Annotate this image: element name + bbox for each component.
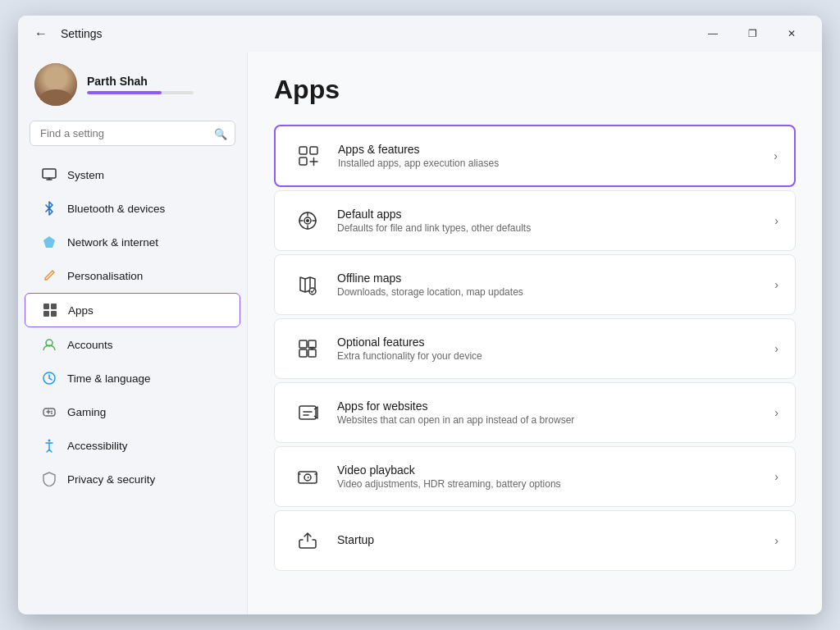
sidebar-item-privacy[interactable]: Privacy & security — [25, 463, 240, 495]
offline-maps-desc: Downloads, storage location, map updates — [337, 286, 766, 298]
settings-window: ← Settings — ❐ ✕ Parth Shah — [18, 16, 822, 614]
settings-item-apps-features[interactable]: Apps & features Installed apps, app exec… — [274, 125, 796, 187]
sidebar-item-network[interactable]: Network & internet — [25, 226, 240, 258]
sidebar-item-accounts[interactable]: Accounts — [25, 328, 240, 361]
apps-features-title: Apps & features — [338, 143, 765, 156]
svg-point-17 — [306, 219, 309, 222]
settings-item-startup[interactable]: Startup › — [274, 510, 796, 571]
sidebar-item-gaming[interactable]: Gaming — [25, 395, 240, 428]
privacy-icon — [41, 471, 57, 487]
startup-title: Startup — [337, 533, 766, 546]
sidebar-item-time-label: Time & language — [67, 372, 151, 385]
settings-item-default-apps[interactable]: Default apps Defaults for file and link … — [274, 190, 796, 251]
svg-rect-23 — [299, 406, 316, 419]
default-apps-icon — [291, 204, 324, 237]
user-progress-bar — [87, 91, 194, 94]
minimize-button[interactable]: — — [694, 21, 732, 47]
svg-marker-1 — [43, 236, 55, 248]
settings-item-video-playback[interactable]: Video playback Video adjustments, HDR st… — [274, 446, 796, 507]
sidebar-item-gaming-label: Gaming — [67, 406, 106, 418]
svg-rect-2 — [43, 304, 49, 309]
apps-icon — [42, 302, 58, 318]
sidebar-item-network-label: Network & internet — [67, 236, 158, 249]
svg-point-10 — [51, 413, 52, 414]
optional-features-desc: Extra functionality for your device — [337, 350, 766, 362]
svg-rect-14 — [310, 147, 317, 154]
sidebar-item-apps[interactable]: Apps — [25, 293, 240, 327]
default-apps-title: Default apps — [337, 208, 766, 221]
sidebar: Parth Shah 🔍 System — [18, 52, 248, 614]
optional-features-title: Optional features — [337, 336, 766, 349]
nav-list: System Bluetooth & devices Network & int… — [18, 154, 247, 500]
svg-point-9 — [51, 411, 52, 413]
svg-rect-19 — [299, 340, 307, 348]
svg-rect-0 — [43, 169, 56, 178]
offline-maps-chevron: › — [774, 278, 778, 291]
main-content: Apps Apps & features Installed — [248, 52, 822, 614]
sidebar-item-bluetooth[interactable]: Bluetooth & devices — [25, 192, 240, 225]
default-apps-text: Default apps Defaults for file and link … — [337, 208, 766, 234]
apps-websites-chevron: › — [774, 406, 778, 419]
settings-item-optional-features[interactable]: Optional features Extra functionality fo… — [274, 318, 796, 379]
titlebar: ← Settings — ❐ ✕ — [18, 16, 822, 52]
offline-maps-title: Offline maps — [337, 272, 766, 285]
video-playback-chevron: › — [774, 470, 778, 483]
svg-rect-12 — [299, 147, 307, 154]
apps-websites-icon — [291, 396, 324, 429]
accessibility-icon — [41, 437, 57, 454]
back-button[interactable]: ← — [30, 22, 52, 45]
bluetooth-icon — [41, 200, 57, 217]
search-box: 🔍 — [30, 121, 235, 146]
content-area: Parth Shah 🔍 System — [18, 52, 822, 614]
close-button[interactable]: ✕ — [773, 21, 810, 47]
offline-maps-text: Offline maps Downloads, storage location… — [337, 272, 766, 298]
sidebar-item-accessibility[interactable]: Accessibility — [25, 429, 240, 462]
default-apps-desc: Defaults for file and link types, other … — [337, 222, 766, 234]
sidebar-item-privacy-label: Privacy & security — [67, 473, 155, 486]
avatar-image — [34, 63, 77, 106]
startup-text: Startup — [337, 533, 766, 548]
user-progress-fill — [87, 91, 162, 94]
optional-features-text: Optional features Extra functionality fo… — [337, 336, 766, 362]
apps-websites-title: Apps for websites — [337, 399, 766, 413]
sidebar-item-apps-label: Apps — [68, 304, 94, 317]
network-icon — [41, 234, 57, 250]
svg-rect-20 — [308, 340, 316, 348]
sidebar-item-system[interactable]: System — [25, 158, 240, 191]
svg-rect-4 — [43, 311, 49, 317]
sidebar-item-accounts-label: Accounts — [67, 339, 113, 351]
user-profile: Parth Shah — [18, 52, 247, 121]
video-playback-icon — [291, 460, 324, 493]
svg-point-11 — [48, 440, 51, 442]
personalisation-icon — [41, 267, 57, 284]
svg-rect-13 — [299, 158, 307, 165]
titlebar-left: ← Settings — [30, 22, 103, 45]
user-info: Parth Shah — [87, 75, 194, 94]
optional-features-chevron: › — [774, 342, 778, 355]
gaming-icon — [41, 404, 57, 420]
search-input[interactable] — [30, 121, 235, 146]
sidebar-item-accessibility-label: Accessibility — [67, 440, 128, 452]
system-icon — [41, 167, 57, 183]
sidebar-item-personalisation-label: Personalisation — [67, 270, 143, 282]
page-title: Apps — [274, 75, 796, 105]
sidebar-item-time[interactable]: Time & language — [25, 362, 240, 395]
settings-item-apps-websites[interactable]: Apps for websites Websites that can open… — [274, 382, 796, 443]
video-playback-title: Video playback — [337, 463, 766, 477]
svg-rect-21 — [299, 349, 307, 357]
svg-rect-22 — [308, 349, 316, 357]
video-playback-text: Video playback Video adjustments, HDR st… — [337, 463, 766, 490]
sidebar-item-system-label: System — [67, 169, 104, 181]
maximize-button[interactable]: ❐ — [733, 21, 771, 47]
startup-icon — [291, 524, 324, 557]
optional-features-icon — [291, 332, 324, 365]
settings-list: Apps & features Installed apps, app exec… — [274, 125, 796, 571]
sidebar-item-personalisation[interactable]: Personalisation — [25, 259, 240, 292]
settings-item-offline-maps[interactable]: Offline maps Downloads, storage location… — [274, 254, 796, 315]
titlebar-controls: — ❐ ✕ — [694, 21, 810, 47]
avatar — [34, 63, 77, 106]
user-name: Parth Shah — [87, 75, 194, 88]
apps-features-desc: Installed apps, app execution aliases — [338, 158, 765, 169]
apps-features-icon — [292, 139, 325, 172]
default-apps-chevron: › — [774, 214, 778, 227]
